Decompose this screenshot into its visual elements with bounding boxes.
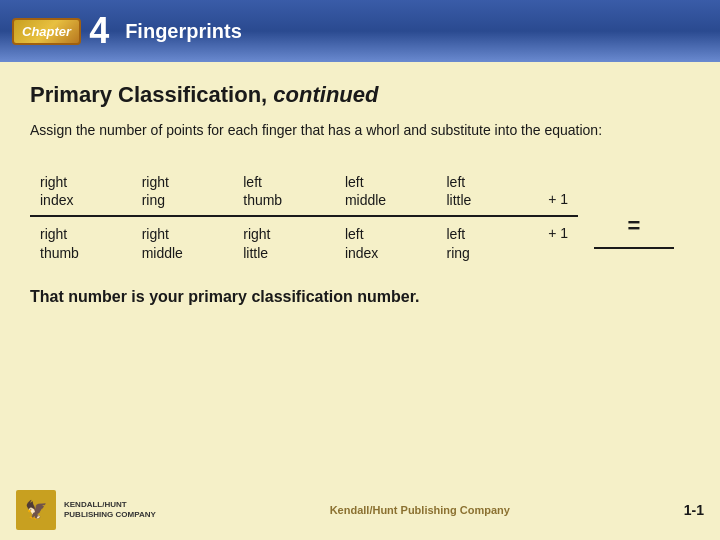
denominator-plus-one: + 1 <box>538 217 578 249</box>
header: Chapter 4 Fingerprints <box>0 0 720 62</box>
logo-box: 🦅 <box>16 490 56 530</box>
denominator-row: rightthumb rightmiddle rightlittle lefti… <box>30 217 578 267</box>
logo-area: 🦅 KENDALL/HUNTPUBLISHING COMPANY <box>16 490 156 530</box>
chapter-number: 4 <box>89 13 109 49</box>
section-title-main: Primary Classification, <box>30 82 267 107</box>
fraction-equation: rightindex rightring leftthumb leftmiddl… <box>30 165 690 268</box>
fraction-table: rightindex rightring leftthumb leftmiddl… <box>30 165 578 268</box>
answer-space-top <box>594 183 674 213</box>
numerator-left-little: leftlittle <box>437 165 539 215</box>
denominator-right-middle: rightmiddle <box>132 217 234 267</box>
chapter-badge: Chapter <box>12 18 81 45</box>
numerator-right-index: rightindex <box>30 165 132 215</box>
equals-section: = <box>578 183 690 249</box>
denominator-left-index: leftindex <box>335 217 437 267</box>
numerator-left-thumb: leftthumb <box>233 165 335 215</box>
logo-text: KENDALL/HUNTPUBLISHING COMPANY <box>64 500 156 521</box>
numerator-left-middle: leftmiddle <box>335 165 437 215</box>
numerator-row: rightindex rightring leftthumb leftmiddl… <box>30 165 578 215</box>
page-number: 1-1 <box>684 502 704 518</box>
equals-sign: = <box>628 213 641 239</box>
header-title: Fingerprints <box>125 20 242 43</box>
logo-icon: 🦅 <box>25 499 47 521</box>
section-title: Primary Classification, continued <box>30 82 690 108</box>
chapter-label: Chapter <box>22 24 71 39</box>
denominator-right-little: rightlittle <box>233 217 335 267</box>
description: Assign the number of points for each fin… <box>30 120 690 141</box>
section-title-italic: continued <box>267 82 378 107</box>
denominator-right-thumb: rightthumb <box>30 217 132 267</box>
numerator-plus-one: + 1 <box>538 183 578 215</box>
conclusion: That number is your primary classificati… <box>30 288 690 306</box>
numerator-right-ring: rightring <box>132 165 234 215</box>
denominator-left-ring: leftring <box>437 217 539 267</box>
publisher-name: Kendall/Hunt Publishing Company <box>330 504 510 516</box>
footer: 🦅 KENDALL/HUNTPUBLISHING COMPANY Kendall… <box>0 490 720 530</box>
answer-line <box>594 247 674 249</box>
main-content: Primary Classification, continued Assign… <box>0 62 720 540</box>
